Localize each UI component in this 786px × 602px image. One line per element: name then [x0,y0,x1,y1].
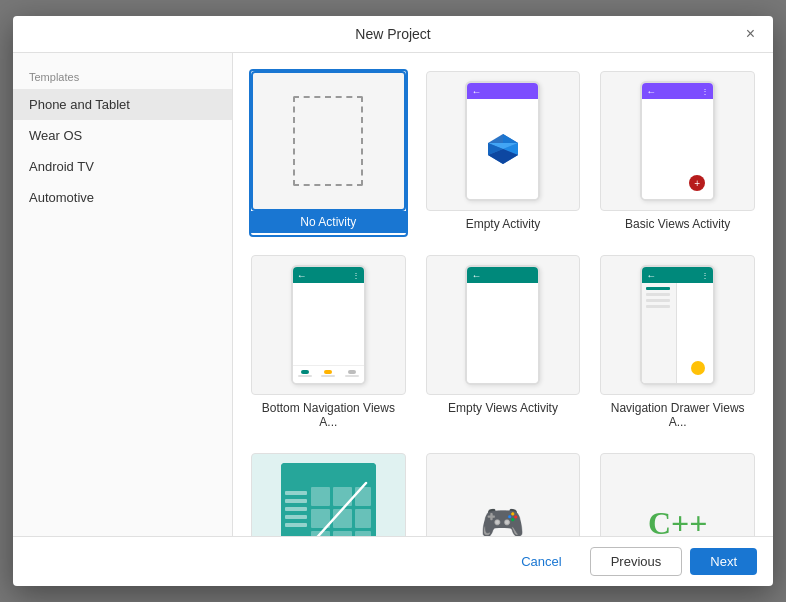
template-game[interactable]: 🎮 Game Activity [424,451,583,536]
svg-rect-10 [285,515,307,519]
template-empty-activity-label: Empty Activity [426,211,581,235]
svg-rect-14 [355,487,371,506]
sidebar: Templates Phone and Tablet Wear OS Andro… [13,53,233,536]
new-project-dialog: New Project × Templates Phone and Tablet… [13,16,773,586]
dialog-title-bar: New Project × [13,16,773,53]
template-bottom-nav-label: Bottom Navigation Views A... [251,395,406,433]
cpp-icon: C++ [648,505,708,537]
game-controller-icon: 🎮 [480,502,525,536]
dialog-body: Templates Phone and Tablet Wear OS Andro… [13,53,773,536]
next-button[interactable]: Next [690,548,757,575]
close-button[interactable]: × [740,24,761,44]
no-activity-preview-icon [293,96,363,186]
empty-views-mockup: ← [465,265,540,385]
svg-rect-17 [355,509,371,528]
template-empty-activity[interactable]: ← [424,69,583,237]
android-icon [484,130,522,168]
sidebar-item-automotive[interactable]: Automotive [13,182,232,213]
sidebar-item-phone-tablet[interactable]: Phone and Tablet [13,89,232,120]
template-nav-drawer-label: Navigation Drawer Views A... [600,395,755,433]
sidebar-item-android-tv[interactable]: Android TV [13,151,232,182]
svg-rect-7 [285,491,307,495]
cancel-button[interactable]: Cancel [501,548,581,575]
template-no-activity-label: No Activity [251,211,406,233]
svg-rect-8 [285,499,307,503]
dialog-title: New Project [355,26,430,42]
nav-drawer-mockup: ← ⋮ [640,265,715,385]
svg-rect-12 [311,487,330,506]
sidebar-section-label: Templates [13,61,232,89]
template-empty-views-label: Empty Views Activity [426,395,581,419]
template-basic-views[interactable]: ← ⋮ + Basic Views Activity [598,69,757,237]
template-cpp[interactable]: C++ Native C++ [598,451,757,536]
template-bottom-nav[interactable]: ← ⋮ [249,253,408,435]
template-no-activity[interactable]: No Activity [249,69,408,237]
svg-rect-9 [285,507,307,511]
grid-preview-icon [281,463,376,536]
template-nav-drawer[interactable]: ← ⋮ [598,253,757,435]
templates-content: No Activity ← [233,53,773,536]
svg-rect-19 [333,531,352,536]
sidebar-item-wear-os[interactable]: Wear OS [13,120,232,151]
svg-rect-16 [333,509,352,528]
previous-button[interactable]: Previous [590,547,683,576]
dialog-footer: Cancel Previous Next [13,536,773,586]
template-basic-views-label: Basic Views Activity [600,211,755,235]
svg-rect-20 [355,531,371,536]
template-empty-views[interactable]: ← Empty Views Activity [424,253,583,435]
svg-rect-11 [285,523,307,527]
empty-activity-mockup: ← [465,81,540,201]
basic-views-mockup: ← ⋮ + [640,81,715,201]
template-grid[interactable]: Grid Activity [249,451,408,536]
templates-grid: No Activity ← [249,69,757,536]
bottom-nav-mockup: ← ⋮ [291,265,366,385]
